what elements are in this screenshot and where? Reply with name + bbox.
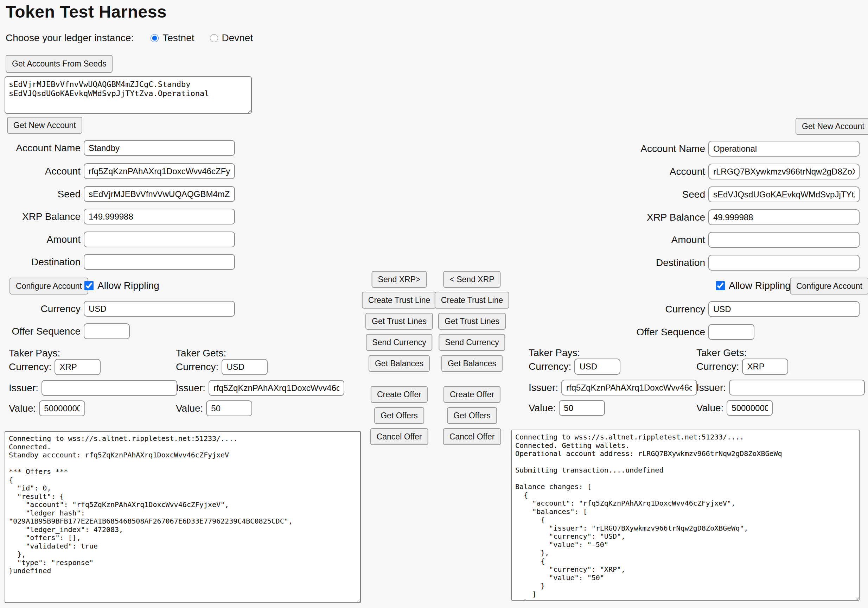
operational-amount-input[interactable] (708, 232, 860, 248)
standby-configure-account-button[interactable]: Configure Account (9, 278, 88, 295)
taker-value-label: Value: (696, 403, 724, 414)
operational-account-input[interactable] (708, 164, 860, 180)
operational-taker-pays-currency-input[interactable] (574, 358, 620, 375)
taker-currency-label: Currency: (529, 361, 571, 372)
standby-amount-row: Amount (2, 231, 235, 247)
standby-taker-gets-currency-input[interactable] (222, 359, 268, 375)
account-label: Account (2, 166, 81, 177)
taker-gets-heading: Taker Gets: (696, 347, 865, 358)
operational-allow-rippling-label: Allow Rippling (729, 280, 790, 291)
amount-label: Amount (626, 234, 705, 246)
operational-log-textarea[interactable]: Connecting to wss://s.altnet.rippletest.… (511, 430, 860, 600)
standby-get-new-account-button[interactable]: Get New Account (7, 117, 82, 134)
operational-taker-gets-value-input[interactable] (727, 400, 773, 416)
send-currency-standby-button[interactable]: Send Currency (366, 334, 432, 351)
create-trust-line-operational-button[interactable]: Create Trust Line (435, 292, 509, 309)
operational-configure-account-button[interactable]: Configure Account (790, 278, 868, 295)
account-name-label: Account Name (2, 143, 81, 154)
standby-taker-pays-value-input[interactable] (39, 400, 85, 416)
taker-issuer-label: Issuer: (696, 382, 726, 393)
standby-allow-rippling-checkbox[interactable] (84, 281, 93, 290)
xrp-balance-label: XRP Balance (626, 212, 705, 223)
cancel-offer-operational-button[interactable]: Cancel Offer (443, 428, 501, 445)
standby-seed-row: Seed (2, 186, 235, 202)
standby-taker-gets-issuer-input[interactable] (209, 380, 344, 396)
taker-value-label: Value: (529, 403, 556, 414)
taker-issuer-label: Issuer: (529, 382, 558, 393)
operational-allow-rippling[interactable]: Allow Rippling (716, 280, 790, 291)
offer-sequence-label: Offer Sequence (626, 327, 705, 338)
standby-taker-pays-issuer-input[interactable] (42, 380, 177, 396)
standby-taker-gets: Taker Gets: Currency: Issuer: Value: (176, 347, 345, 359)
get-offers-standby-button[interactable]: Get Offers (374, 407, 424, 424)
standby-taker-pays-currency-input[interactable] (54, 359, 101, 375)
seed-label: Seed (626, 189, 705, 200)
taker-currency-label: Currency: (176, 361, 219, 372)
standby-offer-sequence-input[interactable] (84, 323, 130, 339)
operational-allow-rippling-checkbox[interactable] (716, 281, 725, 290)
operational-seed-input[interactable] (708, 186, 860, 202)
cancel-offer-standby-button[interactable]: Cancel Offer (370, 428, 428, 445)
destination-label: Destination (2, 256, 81, 268)
taker-currency-label: Currency: (9, 361, 51, 372)
taker-value-label: Value: (9, 403, 36, 414)
operational-account-row: Account (626, 164, 860, 180)
devnet-radio-option[interactable]: Devnet (210, 33, 253, 43)
testnet-radio[interactable] (150, 34, 159, 42)
operational-xrp-balance-input[interactable] (708, 209, 860, 225)
operational-currency-row: Currency (626, 301, 860, 317)
get-trust-lines-operational-button[interactable]: Get Trust Lines (438, 313, 506, 330)
taker-value-label: Value: (176, 403, 203, 414)
testnet-radio-option[interactable]: Testnet (150, 33, 194, 43)
create-offer-operational-button[interactable]: Create Offer (443, 386, 501, 403)
seeds-textarea[interactable]: sEdVjrMJEBvVfnvVwUQAQGBM4mZJCgC.Standby … (5, 76, 252, 114)
currency-label: Currency (626, 304, 705, 315)
token-test-harness-app: Token Test Harness Choose your ledger in… (0, 0, 868, 608)
operational-xrp-balance-row: XRP Balance (626, 209, 860, 225)
operational-currency-input[interactable] (708, 301, 860, 317)
standby-account-name-input[interactable] (84, 140, 235, 156)
operational-offer-sequence-input[interactable] (708, 324, 755, 340)
standby-allow-rippling[interactable]: Allow Rippling (84, 280, 159, 291)
amount-label: Amount (2, 234, 81, 245)
operational-destination-input[interactable] (708, 255, 860, 271)
ledger-instance-label: Choose your ledger instance: (6, 33, 134, 43)
seed-label: Seed (2, 189, 81, 200)
standby-allow-rippling-label: Allow Rippling (98, 280, 159, 291)
standby-seed-input[interactable] (84, 186, 235, 202)
create-trust-line-standby-button[interactable]: Create Trust Line (362, 292, 437, 309)
get-trust-lines-standby-button[interactable]: Get Trust Lines (366, 313, 433, 330)
operational-account-name-input[interactable] (708, 141, 860, 157)
get-balances-operational-button[interactable]: Get Balances (442, 355, 502, 372)
standby-currency-input[interactable] (84, 301, 235, 317)
standby-xrp-balance-input[interactable] (84, 209, 235, 225)
operational-offer-sequence-row: Offer Sequence (626, 324, 755, 340)
standby-log-textarea[interactable]: Connecting to wss://s.altnet.rippletest.… (5, 431, 361, 603)
operational-taker-pays-value-input[interactable] (559, 400, 605, 416)
standby-destination-input[interactable] (84, 254, 235, 270)
create-offer-standby-button[interactable]: Create Offer (371, 386, 428, 403)
send-xrp-standby-button[interactable]: Send XRP> (372, 271, 427, 288)
operational-get-new-account-button[interactable]: Get New Account (795, 118, 868, 135)
destination-label: Destination (626, 257, 705, 268)
standby-xrp-balance-row: XRP Balance (2, 209, 235, 225)
operational-taker-pays-issuer-input[interactable] (561, 380, 697, 396)
standby-destination-row: Destination (2, 254, 235, 270)
get-accounts-from-seeds-button[interactable]: Get Accounts From Seeds (6, 55, 113, 73)
devnet-radio[interactable] (210, 34, 218, 42)
get-balances-standby-button[interactable]: Get Balances (369, 355, 430, 372)
account-label: Account (626, 166, 705, 177)
send-currency-operational-button[interactable]: Send Currency (439, 334, 505, 351)
operational-taker-pays: Taker Pays: Currency: Issuer: Value: (529, 347, 698, 358)
operational-taker-gets-currency-input[interactable] (742, 358, 788, 375)
standby-amount-input[interactable] (84, 231, 235, 247)
send-xrp-operational-button[interactable]: < Send XRP (443, 271, 501, 288)
ledger-instance-row: Choose your ledger instance: Testnet Dev… (6, 33, 253, 43)
devnet-label: Devnet (222, 33, 253, 43)
standby-currency-row: Currency (2, 301, 235, 317)
operational-destination-row: Destination (626, 255, 860, 271)
standby-account-input[interactable] (84, 163, 235, 179)
operational-taker-gets-issuer-input[interactable] (729, 380, 865, 396)
get-offers-operational-button[interactable]: Get Offers (447, 407, 497, 424)
standby-taker-gets-value-input[interactable] (206, 400, 252, 416)
